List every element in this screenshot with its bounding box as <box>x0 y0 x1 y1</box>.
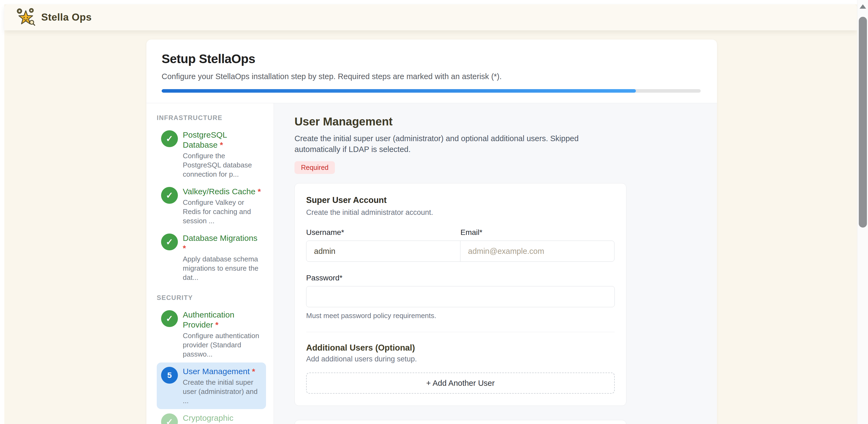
step-title: User Management * <box>183 366 262 376</box>
step-heading: User Management <box>294 115 717 128</box>
required-asterisk: * <box>183 243 186 253</box>
step-title-text: Authentication Provider <box>183 310 234 329</box>
check-icon: ✓ <box>166 191 173 200</box>
step-title-text: User Management <box>183 367 250 376</box>
sidebar-item-postgresql-database[interactable]: ✓ PostgreSQL Database * Configure the Po… <box>157 126 266 183</box>
step-done-icon: ✓ <box>161 130 178 147</box>
step-title: Authentication Provider * <box>183 310 262 330</box>
super-user-account-card: Super User Account Create the initial ad… <box>294 183 626 406</box>
field-label-row: Username* Email* <box>306 228 615 237</box>
step-done-icon: ✓ <box>161 414 178 424</box>
step-description: Configure the PostgreSQL database connec… <box>183 151 262 179</box>
step-description: Configure Valkey or Redis for caching an… <box>183 198 262 225</box>
browser-viewport: Stella Ops Setup StellaOps Configure you… <box>0 0 868 424</box>
sidebar-item-user-management[interactable]: 5 User Management * Create the initial s… <box>157 362 266 409</box>
step-title: PostgreSQL Database * <box>183 130 262 150</box>
section-label-infrastructure: INFRASTRUCTURE <box>157 114 266 122</box>
required-asterisk: * <box>258 187 261 196</box>
wizard-header: Setup StellaOps Configure your StellaOps… <box>147 39 717 103</box>
step-title: Valkey/Redis Cache * <box>183 186 262 196</box>
step-title: Cryptographic Provider <box>183 413 262 424</box>
step-number-badge: 5 <box>161 367 178 384</box>
add-another-user-button[interactable]: + Add Another User <box>306 372 615 394</box>
check-icon: ✓ <box>166 418 173 424</box>
step-title-text: Cryptographic Provider <box>183 414 234 424</box>
sidebar-item-database-migrations[interactable]: ✓ Database Migrations * Apply database s… <box>157 229 266 286</box>
arrow-up-icon[interactable] <box>860 4 866 9</box>
setup-wizard-panel: Setup StellaOps Configure your StellaOps… <box>147 39 717 424</box>
browser-scrollbar[interactable] <box>857 0 868 424</box>
additional-users-title: Additional Users (Optional) <box>306 343 615 353</box>
validation-checks-card: Validation Checks connectivity Check pas… <box>294 420 626 424</box>
step-title-text: Database Migrations <box>183 233 257 242</box>
page-title: Setup StellaOps <box>162 52 701 66</box>
step-title: Database Migrations * <box>183 233 262 253</box>
step-description: Create the initial super user (administr… <box>183 378 262 405</box>
step-description: Apply database schema migrations to ensu… <box>183 254 262 282</box>
additional-users-subtitle: Add additional users during setup. <box>306 355 615 363</box>
required-asterisk: * <box>220 140 223 149</box>
top-navbar: Stella Ops <box>4 4 857 30</box>
check-icon: ✓ <box>166 314 173 323</box>
password-helper-text: Must meet password policy requirements. <box>306 312 615 320</box>
steps-sidebar: INFRASTRUCTURE ✓ PostgreSQL Database * C… <box>147 103 274 424</box>
required-asterisk: * <box>215 320 219 329</box>
scrollbar-thumb[interactable] <box>859 17 867 228</box>
password-input[interactable] <box>306 286 615 307</box>
setup-progress-bar <box>162 89 701 93</box>
username-input[interactable] <box>306 240 460 262</box>
progress-fill <box>162 89 636 93</box>
password-label: Password* <box>306 274 615 282</box>
sidebar-item-authentication-provider[interactable]: ✓ Authentication Provider * Configure au… <box>157 306 266 362</box>
sidebar-item-cryptographic-provider[interactable]: ✓ Cryptographic Provider Select cryptogr… <box>157 409 266 424</box>
card-subtitle: Create the initial administrator account… <box>306 208 615 217</box>
step-description: Configure authentication provider (Stand… <box>183 331 262 359</box>
step-title-text: Valkey/Redis Cache <box>183 187 255 196</box>
required-status-badge: Required <box>294 161 335 174</box>
required-asterisk: * <box>252 367 255 376</box>
page-subtitle: Configure your StellaOps installation st… <box>162 72 701 81</box>
email-label: Email* <box>460 228 615 237</box>
email-input[interactable] <box>460 240 615 262</box>
step-done-icon: ✓ <box>161 233 178 250</box>
section-label-security: SECURITY <box>157 294 266 301</box>
step-content-area: User Management Create the initial super… <box>274 103 717 424</box>
sidebar-item-valkey-redis-cache[interactable]: ✓ Valkey/Redis Cache * Configure Valkey … <box>157 183 266 229</box>
step-done-icon: ✓ <box>161 310 178 327</box>
card-divider <box>306 332 615 332</box>
step-done-icon: ✓ <box>161 187 178 204</box>
check-icon: ✓ <box>166 238 173 246</box>
stella-ops-logo-icon <box>15 7 36 28</box>
brand-name: Stella Ops <box>41 12 92 23</box>
step-heading-description: Create the initial super user (administr… <box>294 133 609 155</box>
check-icon: ✓ <box>166 134 173 143</box>
username-label: Username* <box>306 228 460 237</box>
wizard-body: INFRASTRUCTURE ✓ PostgreSQL Database * C… <box>147 103 717 424</box>
username-email-input-group <box>306 240 615 262</box>
card-title: Super User Account <box>306 195 615 205</box>
